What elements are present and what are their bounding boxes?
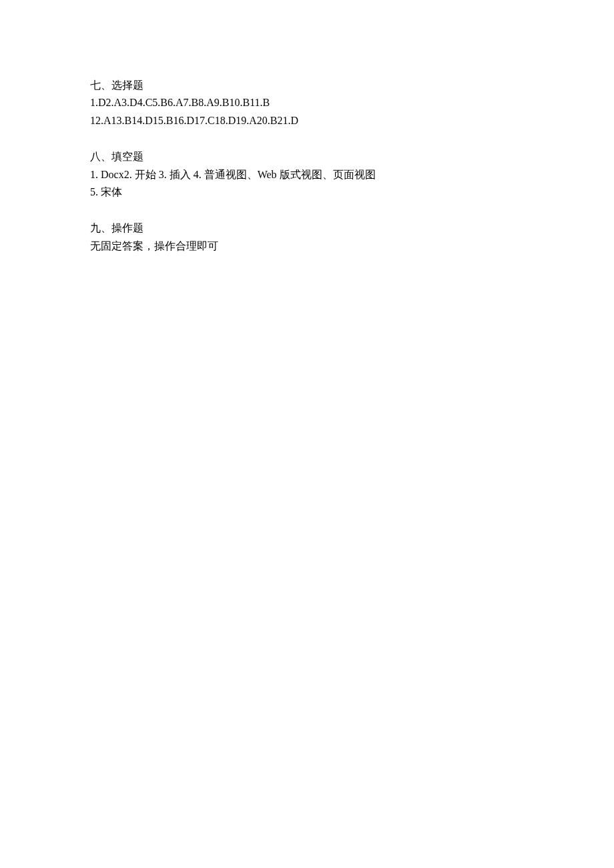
section-seven-line-2: 12.A13.B14.D15.B16.D17.C18.D19.A20.B21.D <box>90 112 524 129</box>
section-eight-line-1: 1. Docx2. 开始 3. 插入 4. 普通视图、Web 版式视图、页面视图 <box>90 166 524 183</box>
section-eight-line-2: 5. 宋体 <box>90 183 524 201</box>
section-nine-line-1: 无固定答案，操作合理即可 <box>90 238 524 255</box>
section-nine-title: 九、操作题 <box>90 220 524 237</box>
section-eight: 八、填空题 1. Docx2. 开始 3. 插入 4. 普通视图、Web 版式视… <box>90 148 524 201</box>
section-seven-title: 七、选择题 <box>90 77 524 94</box>
section-nine: 九、操作题 无固定答案，操作合理即可 <box>90 220 524 255</box>
section-seven: 七、选择题 1.D2.A3.D4.C5.B6.A7.B8.A9.B10.B11.… <box>90 77 524 129</box>
section-seven-line-1: 1.D2.A3.D4.C5.B6.A7.B8.A9.B10.B11.B <box>90 94 524 111</box>
document-page: 七、选择题 1.D2.A3.D4.C5.B6.A7.B8.A9.B10.B11.… <box>0 0 614 255</box>
section-eight-title: 八、填空题 <box>90 148 524 165</box>
